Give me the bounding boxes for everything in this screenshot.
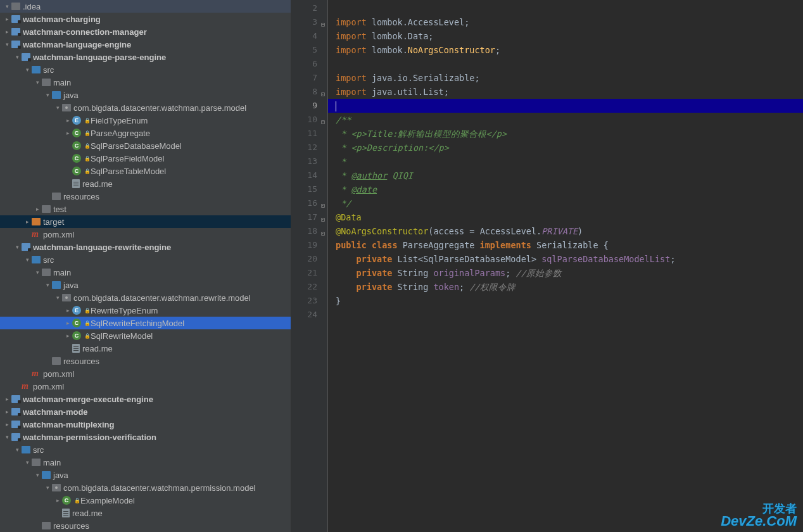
tree-item[interactable]: ▸E🔒 RewriteTypeEnum: [0, 304, 291, 317]
code-line[interactable]: private String originalParams; //原始参数: [336, 266, 803, 280]
line-number[interactable]: 16⊡: [291, 196, 317, 210]
expand-arrow-icon[interactable]: ▾: [23, 459, 32, 466]
expand-arrow-icon[interactable]: ▸: [3, 28, 11, 35]
expand-arrow-icon[interactable]: ▸: [63, 307, 72, 314]
tree-item[interactable]: ▾ com.bigdata.datacenter.watchman.parse.…: [0, 101, 291, 114]
expand-arrow-icon[interactable]: ▾: [3, 3, 11, 10]
tree-item[interactable]: ▾ com.bigdata.datacenter.watchman.rewrit…: [0, 291, 291, 304]
expand-arrow-icon[interactable]: ▾: [23, 256, 32, 263]
tree-item[interactable]: ▾ watchman-language-engine: [0, 38, 291, 51]
code-line[interactable]: /**: [336, 113, 803, 127]
expand-arrow-icon[interactable]: ▾: [13, 244, 22, 250]
expand-arrow-icon[interactable]: ▾: [53, 294, 62, 301]
tree-item[interactable]: ▸ watchman-connection-manager: [0, 25, 291, 38]
line-number[interactable]: 4: [291, 29, 317, 43]
expand-arrow-icon[interactable]: ▸: [33, 206, 42, 212]
code-line[interactable]: }: [336, 294, 803, 308]
line-number[interactable]: 5: [291, 43, 317, 57]
line-number[interactable]: 2: [291, 1, 317, 15]
tree-item[interactable]: read.me: [0, 342, 291, 355]
line-number[interactable]: 23: [291, 294, 317, 308]
code-line[interactable]: [336, 1, 803, 15]
line-number[interactable]: 20: [291, 252, 317, 266]
code-line[interactable]: *: [336, 155, 803, 168]
code-line[interactable]: [336, 308, 803, 322]
line-number[interactable]: 14: [291, 168, 317, 182]
tree-item[interactable]: ▸ target: [0, 215, 291, 228]
code-line[interactable]: @Data: [336, 210, 803, 224]
tree-item[interactable]: ▾ watchman-language-rewrite-engine: [0, 241, 291, 253]
fold-icon[interactable]: ⊟: [321, 18, 325, 32]
code-line[interactable]: * <p>Title:解析输出模型的聚合根</p>: [336, 127, 803, 141]
fold-icon[interactable]: ⊟: [321, 115, 325, 129]
tree-item[interactable]: ▸ watchman-mode: [0, 405, 291, 418]
expand-arrow-icon[interactable]: ▾: [3, 41, 11, 48]
line-number[interactable]: 24: [291, 308, 317, 322]
expand-arrow-icon[interactable]: ▸: [63, 332, 72, 339]
tree-item[interactable]: ▾ src: [0, 443, 291, 456]
line-number[interactable]: 8⊡: [291, 85, 317, 99]
line-number[interactable]: 6: [291, 57, 317, 71]
code-line[interactable]: * <p>Description:</p>: [336, 141, 803, 155]
code-line[interactable]: * @author QIQI: [336, 168, 803, 182]
expand-arrow-icon[interactable]: ▾: [43, 282, 52, 288]
expand-arrow-icon[interactable]: ▸: [3, 421, 11, 428]
expand-arrow-icon[interactable]: ▸: [53, 497, 62, 504]
tree-item[interactable]: ▾ .idea: [0, 0, 291, 13]
tree-item[interactable]: C🔒 SqlParseTableModel: [0, 165, 291, 177]
line-number[interactable]: 10⊟: [291, 113, 317, 127]
code-line[interactable]: private String token; //权限令牌: [336, 280, 803, 294]
expand-arrow-icon[interactable]: ▸: [3, 16, 11, 22]
expand-arrow-icon[interactable]: ▸: [63, 130, 72, 136]
line-number[interactable]: 15: [291, 182, 317, 196]
expand-arrow-icon[interactable]: ▾: [33, 79, 42, 86]
tree-item[interactable]: ▾ watchman-permission-verification: [0, 431, 291, 443]
tree-item[interactable]: m pom.xml: [0, 380, 291, 393]
line-number[interactable]: 9: [291, 99, 317, 113]
fold-icon[interactable]: ⊡: [321, 227, 325, 241]
expand-arrow-icon[interactable]: ▸: [3, 408, 11, 415]
tree-item[interactable]: m pom.xml: [0, 228, 291, 241]
expand-arrow-icon[interactable]: ▾: [13, 54, 22, 60]
code-line[interactable]: public class ParseAggregate implements S…: [336, 238, 803, 252]
code-line[interactable]: [336, 57, 803, 71]
expand-arrow-icon[interactable]: ▾: [3, 434, 11, 440]
tree-item[interactable]: ▸C🔒 SqlRewriteFetchingModel: [0, 317, 291, 329]
line-number[interactable]: 12: [291, 141, 317, 155]
line-number[interactable]: 22: [291, 280, 317, 294]
expand-arrow-icon[interactable]: ▾: [33, 269, 42, 276]
line-number[interactable]: 21: [291, 266, 317, 280]
code-line[interactable]: import lombok.Data;: [336, 29, 803, 43]
expand-arrow-icon[interactable]: ▾: [33, 472, 42, 478]
code-line[interactable]: @NoArgsConstructor(access = AccessLevel.…: [336, 224, 803, 238]
tree-item[interactable]: ▸C🔒 ParseAggregate: [0, 127, 291, 139]
line-number[interactable]: 13: [291, 155, 317, 168]
tree-item[interactable]: ▸E🔒 FieldTypeEnum: [0, 114, 291, 127]
tree-item[interactable]: read.me: [0, 177, 291, 190]
code-line[interactable]: import lombok.NoArgsConstructor;: [336, 43, 803, 57]
expand-arrow-icon[interactable]: ▸: [63, 320, 72, 326]
tree-item[interactable]: C🔒 SqlParseFieldModel: [0, 152, 291, 165]
expand-arrow-icon[interactable]: ▸: [3, 396, 11, 402]
expand-arrow-icon[interactable]: ▾: [13, 446, 22, 453]
tree-item[interactable]: ▾ java: [0, 279, 291, 291]
tree-item[interactable]: ▾ watchman-language-parse-engine: [0, 51, 291, 63]
fold-icon[interactable]: ⊡: [321, 87, 325, 101]
expand-arrow-icon[interactable]: ▸: [23, 218, 32, 225]
tree-item[interactable]: ▾ main: [0, 456, 291, 469]
project-tree[interactable]: ▾ .idea▸ watchman-charging▸ watchman-con…: [0, 0, 291, 532]
code-line[interactable]: import java.util.List;: [336, 85, 803, 99]
expand-arrow-icon[interactable]: ▾: [43, 92, 52, 98]
code-area[interactable]: import lombok.AccessLevel;import lombok.…: [328, 0, 803, 532]
tree-item[interactable]: ▸ watchman-charging: [0, 13, 291, 25]
expand-arrow-icon[interactable]: ▾: [43, 484, 52, 491]
tree-item[interactable]: ▾ src: [0, 63, 291, 76]
line-number[interactable]: 19: [291, 238, 317, 252]
line-number[interactable]: 11: [291, 127, 317, 141]
line-number[interactable]: 3⊟: [291, 15, 317, 29]
tree-item[interactable]: ▾ java: [0, 469, 291, 481]
tree-item[interactable]: resources: [0, 355, 291, 367]
tree-item[interactable]: m pom.xml: [0, 367, 291, 380]
tree-item[interactable]: ▸ watchman-multiplexing: [0, 418, 291, 431]
line-number[interactable]: 18⊡: [291, 224, 317, 238]
